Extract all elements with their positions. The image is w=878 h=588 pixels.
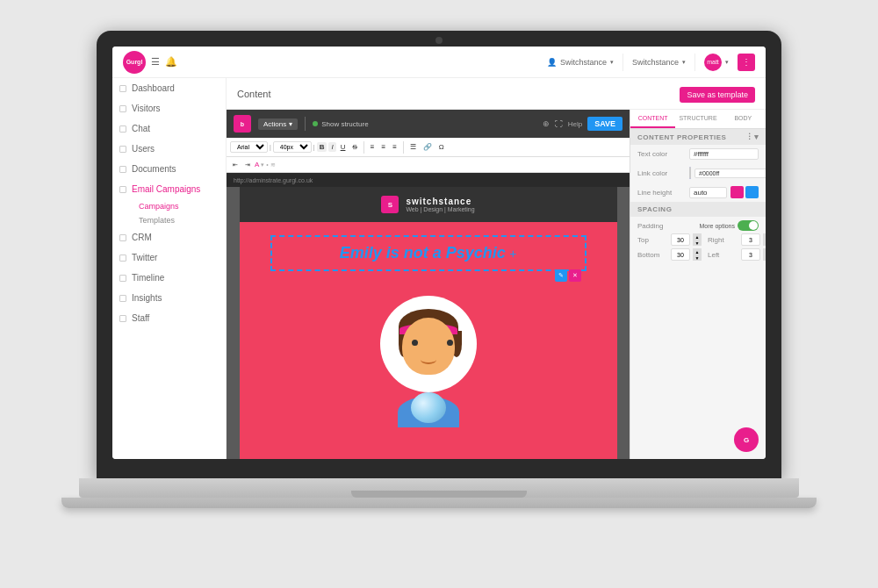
workspace-switcher-2[interactable]: Switchstance ▾: [632, 58, 686, 67]
font-size-select[interactable]: 40px: [273, 141, 312, 153]
padding-label: Padding: [637, 222, 668, 230]
brand-name: switchstance: [406, 197, 474, 206]
sidebar-item-documents[interactable]: Documents: [112, 159, 226, 179]
right-label: Right: [708, 236, 738, 244]
checkbox-icon: [119, 186, 126, 193]
left-value-input[interactable]: [741, 248, 760, 261]
topnav-right: 👤 Switchstance ▾ Switchstance ▾ ma: [547, 54, 755, 71]
watermark-area: G: [630, 420, 766, 459]
save-button[interactable]: SAVE: [587, 117, 623, 131]
outdent-button[interactable]: ⇥: [242, 161, 253, 169]
align-right-button[interactable]: ≡: [390, 142, 399, 152]
right-value-input[interactable]: [741, 233, 760, 246]
email-canvas: S switchstance Web | Design | Marketing: [227, 187, 630, 459]
sidebar-item-timeline[interactable]: Timeline: [112, 268, 226, 288]
tab-content[interactable]: CONTENT: [630, 110, 675, 128]
brand-logo-icon: S: [381, 196, 399, 213]
sidebar-item-staff[interactable]: Staff: [112, 308, 226, 328]
top-down-button[interactable]: ▼: [693, 240, 702, 246]
text-color-indicator: A: [255, 161, 259, 169]
sidebar-item-email-campaigns[interactable]: Email Campaigns: [112, 179, 226, 199]
strikethrough-button[interactable]: S: [349, 142, 359, 152]
link-color-swatch[interactable]: [689, 167, 691, 179]
sidebar-label-dashboard: Dashboard: [132, 83, 175, 93]
zoom-icon[interactable]: ⊕: [543, 119, 550, 128]
actions-button[interactable]: Actions ▾: [258, 118, 298, 130]
sidebar-item-users[interactable]: Users: [112, 139, 226, 159]
sidebar-item-chat[interactable]: Chat: [112, 118, 226, 139]
top-value-input[interactable]: [671, 233, 690, 246]
toolbar-right: ⊕ ⛶ Help SAVE: [543, 117, 623, 131]
text-color-input[interactable]: [689, 148, 759, 160]
font-family-select[interactable]: Arial: [230, 141, 268, 153]
indent-button[interactable]: ⇤: [230, 161, 241, 169]
user-menu[interactable]: matt ▾: [704, 54, 729, 71]
more-options-toggle[interactable]: [738, 220, 759, 231]
panel-tabs: CONTENT STRUCTURE BODY: [630, 110, 766, 129]
list-button[interactable]: ☰: [407, 142, 419, 152]
format-sep-1: |: [270, 144, 271, 150]
sidebar-item-dashboard[interactable]: Dashboard: [112, 78, 226, 98]
workspace-switcher-1[interactable]: 👤 Switchstance ▾: [547, 58, 614, 67]
sidebar: Dashboard Visitors Chat Users: [112, 78, 227, 459]
text-color-label: Text color: [637, 150, 686, 158]
hero-text-block[interactable]: Emily is not a Psychic + ✎ ✕: [270, 235, 587, 271]
save-as-template-button[interactable]: Save as template: [680, 87, 755, 103]
italic-button[interactable]: I: [328, 142, 335, 152]
checkbox-icon: [119, 295, 126, 302]
sidebar-label-documents: Documents: [132, 164, 176, 174]
bottom-up-button[interactable]: ▲: [693, 248, 702, 255]
sidebar-sub-templates[interactable]: Templates: [132, 213, 226, 227]
align-left-button[interactable]: ≡: [368, 142, 378, 152]
bell-icon[interactable]: 🔔: [165, 56, 177, 68]
sidebar-item-crm[interactable]: CRM: [112, 227, 226, 247]
right-up-button[interactable]: ▲: [763, 233, 766, 240]
right-down-button[interactable]: ▼: [763, 240, 766, 246]
brand-tagline: Web | Design | Marketing: [406, 206, 474, 212]
bold-button[interactable]: B: [317, 142, 327, 152]
brand-area: S switchstance Web | Design | Marketing: [381, 196, 474, 213]
edit-icon[interactable]: ✎: [555, 269, 567, 282]
more-formats[interactable]: ▾ • ≋: [261, 161, 275, 169]
bottom-value-input[interactable]: [671, 248, 690, 261]
sidebar-label-twitter: Twitter: [132, 253, 157, 262]
hamburger-icon[interactable]: ☰: [151, 56, 160, 68]
help-button[interactable]: Help: [568, 120, 582, 128]
sidebar-item-visitors[interactable]: Visitors: [112, 98, 226, 118]
align-center-button[interactable]: ≡: [378, 142, 388, 152]
show-structure-toggle[interactable]: Show structure: [313, 120, 368, 128]
sidebar-item-insights[interactable]: Insights: [112, 288, 226, 308]
content-topbar: Content Save as template: [227, 78, 766, 110]
tab-structure[interactable]: STRUCTURE: [675, 110, 720, 128]
sidebar-label-staff: Staff: [132, 313, 149, 323]
link-button[interactable]: 🔗: [421, 142, 435, 152]
bottom-down-button[interactable]: ▼: [693, 255, 702, 261]
more-menu-button[interactable]: ⋮: [738, 54, 755, 71]
fullscreen-icon[interactable]: ⛶: [555, 119, 563, 128]
underline-button[interactable]: U: [338, 142, 349, 152]
template-hero: Emily is not a Psychic + ✎ ✕: [240, 222, 617, 459]
spacing-controls: Padding More options Top ▲: [630, 217, 766, 267]
top-up-button[interactable]: ▲: [693, 233, 702, 240]
sidebar-item-twitter[interactable]: Twitter: [112, 247, 226, 268]
show-structure-label: Show structure: [321, 120, 368, 128]
special-char-button[interactable]: Ω: [436, 142, 447, 152]
sidebar-label-crm: CRM: [132, 233, 152, 242]
line-height-input[interactable]: [689, 187, 727, 198]
sidebar-sub-campaigns[interactable]: Campaigns: [132, 199, 226, 213]
add-content-icon[interactable]: +: [509, 247, 516, 261]
sidebar-label-chat: Chat: [132, 124, 150, 133]
format-bar-2: ⇤ ⇥ A ▾ • ≋: [227, 157, 630, 173]
topbar: Gurgl ☰ 🔔 👤 Switchstance ▾ Swit: [112, 47, 766, 78]
line-height-preset-btn-1[interactable]: [730, 186, 744, 198]
top-label: Top: [637, 236, 668, 244]
line-height-preset-btn-2[interactable]: [745, 186, 759, 198]
face-head: [402, 318, 455, 375]
left-up-button[interactable]: ▲: [763, 248, 766, 255]
content-properties-label: CONTENT PROPERTIES: [637, 133, 726, 141]
left-down-button[interactable]: ▼: [763, 255, 766, 261]
link-color-input[interactable]: [694, 169, 766, 178]
toolbar-separator: [305, 117, 306, 131]
delete-icon[interactable]: ✕: [569, 269, 581, 282]
tab-body[interactable]: BODY: [721, 110, 766, 128]
